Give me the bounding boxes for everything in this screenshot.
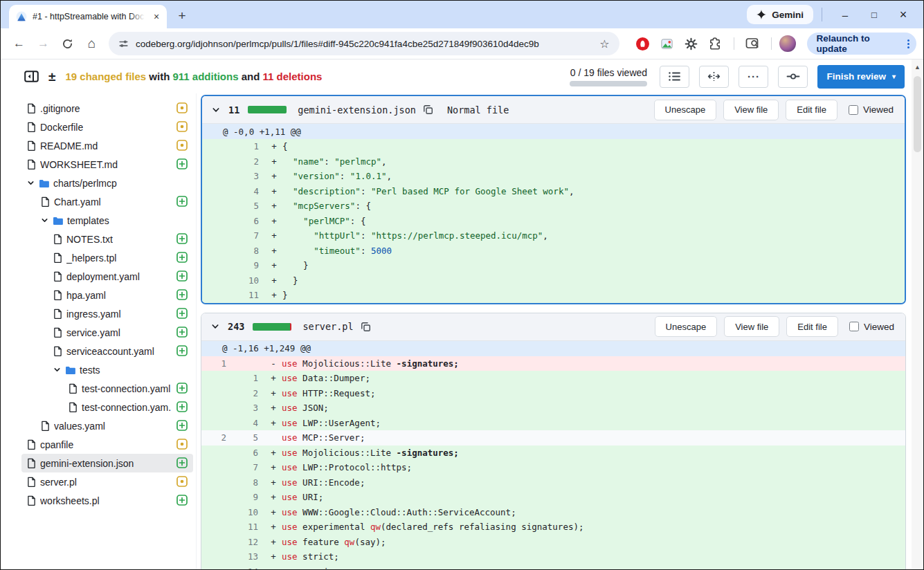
- old-line-number[interactable]: [201, 475, 233, 490]
- tree-item[interactable]: NOTES.txt: [21, 230, 193, 248]
- chevron-down-icon[interactable]: [27, 179, 35, 187]
- old-line-number[interactable]: [202, 273, 234, 288]
- new-line-number[interactable]: 3: [233, 401, 265, 416]
- old-line-number[interactable]: [201, 490, 233, 505]
- home-button[interactable]: ⌂: [80, 32, 103, 55]
- back-button[interactable]: ←: [8, 32, 30, 55]
- settings-gear-extension-icon[interactable]: [681, 33, 701, 54]
- chevron-down-icon[interactable]: [209, 106, 223, 114]
- new-line-number[interactable]: 8: [233, 475, 265, 490]
- old-line-number[interactable]: [202, 154, 234, 169]
- old-line-number[interactable]: [202, 258, 234, 273]
- screenshot-extension-icon[interactable]: [657, 33, 677, 54]
- old-line-number[interactable]: [202, 199, 234, 214]
- new-tab-button[interactable]: +: [172, 6, 192, 26]
- bookmark-star-icon[interactable]: ☆: [599, 37, 609, 50]
- tree-item[interactable]: hpa.yaml: [21, 286, 193, 304]
- extensions-puzzle-icon[interactable]: [705, 33, 725, 54]
- chevron-down-icon[interactable]: [41, 217, 48, 224]
- edit-file-button[interactable]: Edit file: [786, 316, 838, 337]
- minimize-button[interactable]: –: [831, 4, 860, 25]
- search-side-panel-icon[interactable]: [743, 33, 763, 54]
- adblock-extension-icon[interactable]: [633, 33, 653, 54]
- old-line-number[interactable]: [201, 416, 233, 431]
- whitespace-options-button[interactable]: [660, 66, 689, 88]
- old-line-number[interactable]: 2: [201, 430, 233, 445]
- unescape-button[interactable]: Unescape: [655, 316, 718, 337]
- tree-item[interactable]: ingress.yaml: [21, 304, 193, 323]
- new-line-number[interactable]: 2: [233, 386, 265, 401]
- new-line-number[interactable]: 11: [233, 520, 265, 535]
- tree-item[interactable]: .gitignore: [21, 99, 193, 118]
- old-line-number[interactable]: [201, 386, 233, 401]
- new-line-number[interactable]: 2: [234, 154, 266, 169]
- old-line-number[interactable]: [202, 288, 234, 303]
- copy-filename-icon[interactable]: [359, 322, 372, 332]
- old-line-number[interactable]: [202, 184, 234, 199]
- copy-filename-icon[interactable]: [422, 104, 435, 115]
- new-line-number[interactable]: 7: [233, 460, 265, 475]
- tree-item[interactable]: deployment.yaml: [21, 267, 193, 286]
- new-line-number[interactable]: 14: [233, 564, 265, 570]
- old-line-number[interactable]: [202, 139, 234, 154]
- new-line-number[interactable]: 13: [233, 549, 265, 564]
- old-line-number[interactable]: [201, 549, 233, 564]
- tree-item[interactable]: gemini-extension.json: [21, 454, 193, 472]
- new-line-number[interactable]: 12: [233, 535, 265, 550]
- tree-item[interactable]: test-connection.yam...: [21, 398, 193, 416]
- maximize-button[interactable]: □: [860, 4, 889, 25]
- more-options-button[interactable]: ···: [739, 66, 768, 88]
- forward-button[interactable]: →: [32, 32, 55, 55]
- edit-file-button[interactable]: Edit file: [786, 100, 837, 120]
- tab-close-icon[interactable]: ×: [150, 10, 163, 23]
- reload-button[interactable]: [56, 32, 79, 55]
- new-line-number[interactable]: 9: [233, 490, 265, 505]
- browser-tab[interactable]: #1 - httpStreamable with Docke ×: [9, 5, 167, 28]
- old-line-number[interactable]: [202, 228, 234, 243]
- old-line-number[interactable]: [201, 564, 233, 570]
- new-line-number[interactable]: 6: [234, 214, 266, 229]
- new-line-number[interactable]: 7: [234, 228, 266, 243]
- tree-item[interactable]: server.pl: [21, 472, 193, 491]
- site-settings-icon[interactable]: [118, 39, 129, 49]
- unescape-button[interactable]: Unescape: [654, 100, 717, 120]
- checkbox-icon[interactable]: [849, 105, 858, 115]
- tree-item[interactable]: serviceaccount.yaml: [21, 342, 193, 360]
- checkbox-icon[interactable]: [849, 322, 859, 331]
- new-line-number[interactable]: 9: [234, 258, 266, 273]
- old-line-number[interactable]: [201, 505, 233, 520]
- new-line-number[interactable]: [233, 356, 265, 371]
- old-line-number[interactable]: [201, 520, 233, 535]
- tree-item[interactable]: worksheets.pl: [21, 491, 193, 510]
- new-line-number[interactable]: 11: [234, 288, 266, 303]
- old-line-number[interactable]: [201, 371, 233, 386]
- chevron-down-icon[interactable]: [53, 366, 61, 374]
- kebab-menu-icon[interactable]: [905, 39, 912, 48]
- vertical-scrollbar[interactable]: ▲: [912, 59, 923, 569]
- viewed-checkbox[interactable]: Viewed: [849, 322, 894, 332]
- old-line-number[interactable]: [202, 214, 234, 229]
- old-line-number[interactable]: [201, 460, 233, 475]
- new-line-number[interactable]: 4: [234, 184, 266, 199]
- tree-item[interactable]: _helpers.tpl: [21, 248, 193, 267]
- new-line-number[interactable]: 1: [233, 371, 265, 386]
- old-line-number[interactable]: [202, 169, 234, 184]
- diff-stats-icon[interactable]: ±: [48, 70, 55, 83]
- new-line-number[interactable]: 5: [233, 430, 265, 445]
- close-button[interactable]: ×: [889, 4, 918, 25]
- tree-item[interactable]: tests: [21, 360, 193, 379]
- address-bar[interactable]: codeberg.org/idjohnson/perlmcp/pulls/1/f…: [109, 32, 619, 55]
- finish-review-button[interactable]: Finish review ▾: [817, 65, 905, 89]
- new-line-number[interactable]: 10: [233, 505, 265, 520]
- gemini-button[interactable]: Gemini: [747, 5, 813, 24]
- tree-item[interactable]: test-connection.yaml: [21, 379, 193, 398]
- new-line-number[interactable]: 6: [233, 445, 265, 461]
- chevron-down-icon[interactable]: [208, 322, 222, 331]
- tree-item[interactable]: values.yaml: [21, 416, 193, 435]
- tree-item[interactable]: Chart.yaml: [21, 192, 193, 211]
- commit-select-button[interactable]: [778, 66, 808, 88]
- scroll-up-arrow[interactable]: ▲: [914, 64, 921, 71]
- profile-avatar[interactable]: [779, 35, 795, 52]
- old-line-number[interactable]: [201, 535, 233, 550]
- url-text[interactable]: codeberg.org/idjohnson/perlmcp/pulls/1/f…: [136, 39, 539, 49]
